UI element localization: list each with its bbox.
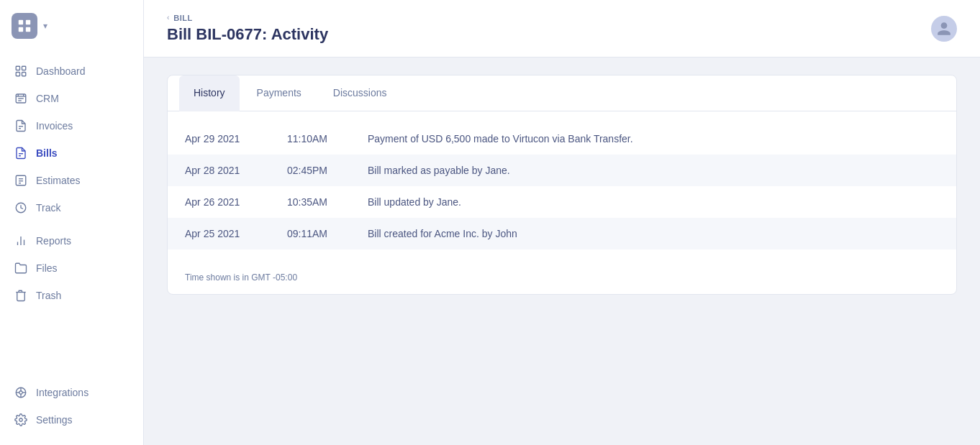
topbar-left: ‹ BILL Bill BIL-0677: Activity — [167, 14, 328, 44]
sidebar-item-track[interactable]: Track — [0, 194, 143, 221]
history-date-2: Apr 26 2021 — [185, 196, 264, 208]
history-table: Apr 29 2021 11:10AM Payment of USD 6,500… — [168, 111, 956, 261]
sidebar-label-crm: CRM — [36, 93, 59, 104]
history-desc-1: Bill marked as payable by Jane. — [368, 165, 939, 176]
bills-icon — [14, 147, 27, 160]
trash-icon — [14, 289, 27, 302]
history-date-3: Apr 25 2021 — [185, 228, 264, 239]
history-time-1: 02:45PM — [287, 165, 345, 176]
sidebar-label-files: Files — [36, 262, 58, 274]
estimates-icon — [14, 174, 27, 187]
sidebar-label-trash: Trash — [36, 290, 61, 301]
sidebar-label-dashboard: Dashboard — [36, 65, 86, 77]
sidebar-item-integrations[interactable]: Integrations — [0, 379, 143, 406]
sidebar: ▾ Dashboard — [0, 0, 144, 445]
sidebar-item-bills[interactable]: Bills — [0, 139, 143, 167]
breadcrumb-text: BILL — [173, 14, 192, 22]
logo-chevron-icon: ▾ — [43, 21, 47, 31]
invoices-icon — [14, 119, 27, 132]
user-avatar-icon — [936, 21, 952, 37]
svg-rect-7 — [22, 73, 26, 76]
main-content: ‹ BILL Bill BIL-0677: Activity History P… — [144, 0, 980, 445]
content-area: History Payments Discussions Apr 29 2021… — [144, 58, 980, 445]
sidebar-bottom: Integrations Settings — [0, 373, 143, 445]
history-time-2: 10:35AM — [287, 196, 345, 208]
history-desc-2: Bill updated by Jane. — [368, 196, 939, 208]
history-desc-0: Payment of USD 6,500 made to Virtucon vi… — [368, 133, 939, 144]
svg-rect-2 — [19, 27, 23, 32]
sidebar-label-track: Track — [36, 202, 60, 214]
history-row: Apr 26 2021 10:35AM Bill updated by Jane… — [168, 186, 956, 218]
settings-icon — [14, 413, 27, 426]
svg-rect-1 — [26, 20, 30, 24]
sidebar-item-reports[interactable]: Reports — [0, 227, 143, 254]
history-date-0: Apr 29 2021 — [185, 133, 264, 144]
sidebar-label-integrations: Integrations — [36, 387, 89, 398]
sidebar-label-invoices: Invoices — [36, 120, 73, 132]
reports-icon — [14, 234, 27, 247]
svg-point-32 — [19, 418, 23, 422]
history-row: Apr 25 2021 09:11AM Bill created for Acm… — [168, 218, 956, 249]
history-row: Apr 28 2021 02:45PM Bill marked as payab… — [168, 155, 956, 186]
logo-svg — [17, 18, 32, 34]
sidebar-item-settings[interactable]: Settings — [0, 406, 143, 433]
sidebar-item-files[interactable]: Files — [0, 254, 143, 282]
sidebar-item-estimates[interactable]: Estimates — [0, 167, 143, 194]
topbar: ‹ BILL Bill BIL-0677: Activity — [144, 0, 980, 58]
user-avatar[interactable] — [931, 16, 957, 42]
timezone-note: Time shown is in GMT -05:00 — [168, 261, 956, 294]
tab-payments[interactable]: Payments — [242, 75, 316, 111]
content-card: History Payments Discussions Apr 29 2021… — [167, 75, 957, 295]
sidebar-item-dashboard[interactable]: Dashboard — [0, 58, 143, 85]
sidebar-item-trash[interactable]: Trash — [0, 282, 143, 309]
logo-icon — [12, 13, 37, 39]
sidebar-nav: Dashboard CRM — [0, 52, 143, 373]
svg-point-27 — [19, 391, 23, 395]
history-desc-3: Bill created for Acme Inc. by John — [368, 228, 939, 239]
svg-rect-3 — [26, 27, 30, 32]
tab-history[interactable]: History — [179, 75, 240, 111]
page-title: Bill BIL-0677: Activity — [167, 25, 328, 44]
files-icon — [14, 262, 27, 275]
track-icon — [14, 201, 27, 214]
history-row: Apr 29 2021 11:10AM Payment of USD 6,500… — [168, 123, 956, 155]
history-time-3: 09:11AM — [287, 228, 345, 239]
sidebar-label-reports: Reports — [36, 235, 71, 247]
breadcrumb-chevron-icon: ‹ — [167, 14, 169, 22]
sidebar-item-invoices[interactable]: Invoices — [0, 112, 143, 139]
integrations-icon — [14, 386, 27, 399]
svg-rect-5 — [22, 66, 26, 70]
sidebar-label-settings: Settings — [36, 414, 73, 426]
svg-rect-0 — [19, 20, 23, 24]
history-time-0: 11:10AM — [287, 133, 345, 144]
svg-rect-6 — [16, 73, 19, 76]
tabs-bar: History Payments Discussions — [168, 75, 956, 111]
app-logo[interactable]: ▾ — [0, 0, 143, 52]
svg-rect-18 — [16, 175, 26, 185]
sidebar-label-bills: Bills — [36, 147, 58, 159]
breadcrumb: ‹ BILL — [167, 14, 328, 22]
tab-discussions[interactable]: Discussions — [319, 75, 401, 111]
sidebar-label-estimates: Estimates — [36, 175, 80, 186]
topbar-right — [931, 16, 957, 42]
history-date-1: Apr 28 2021 — [185, 165, 264, 176]
crm-icon — [14, 92, 27, 105]
dashboard-icon — [14, 65, 27, 78]
sidebar-item-crm[interactable]: CRM — [0, 85, 143, 112]
svg-rect-4 — [16, 66, 19, 70]
